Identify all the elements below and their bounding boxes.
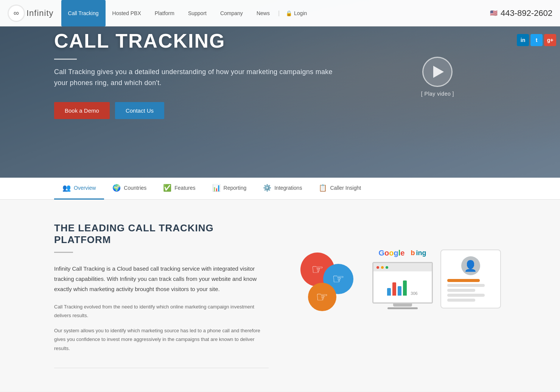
- dot-green: [386, 266, 388, 269]
- nav-phone: 🇺🇸 443-892-2602: [490, 8, 560, 18]
- dot-yellow: [381, 266, 384, 269]
- twitter-icon[interactable]: t: [530, 34, 543, 46]
- section-title: THE LEADING CALL TRACKING PLATFORM: [54, 222, 269, 246]
- main-text-block: THE LEADING CALL TRACKING PLATFORM Infin…: [54, 222, 269, 368]
- contact-us-button[interactable]: Contact Us: [115, 102, 164, 119]
- tabs-navigation: 👥 Overview 🌍 Countries ✅ Features 📊 Repo…: [0, 178, 560, 200]
- main-paragraph-2: Our system allows you to identify which …: [54, 326, 269, 353]
- integrations-icon: ⚙️: [263, 184, 271, 192]
- logo-symbol: ∞: [8, 5, 25, 22]
- main-layout: THE LEADING CALL TRACKING PLATFORM Infin…: [54, 222, 506, 368]
- monitor-base: [387, 307, 418, 309]
- book-demo-button[interactable]: Book a Demo: [54, 102, 110, 119]
- google-logo: Google: [379, 249, 405, 257]
- bar-4: [403, 280, 407, 296]
- nav-links: Call Tracking Hosted PBX Platform Suppor…: [61, 0, 490, 26]
- tab-integrations[interactable]: ⚙️ Integrations: [255, 178, 310, 200]
- logo-infinity-symbol: ∞: [14, 9, 19, 17]
- hero-section: in t g+ CALL TRACKING Call Tracking give…: [0, 0, 560, 178]
- tab-features-label: Features: [174, 185, 195, 191]
- main-section: THE LEADING CALL TRACKING PLATFORM Infin…: [0, 200, 560, 391]
- main-paragraph-1: Call Tracking evolved from the need to i…: [54, 302, 269, 320]
- person-avatar: 👤: [461, 256, 480, 275]
- desktop-group: Google bing: [372, 249, 433, 309]
- monitor-bar: [373, 263, 432, 271]
- hero-divider: [54, 59, 77, 60]
- logo-text: Infinity: [26, 8, 54, 18]
- bar-2: [392, 282, 396, 296]
- nav-news[interactable]: News: [250, 0, 277, 26]
- flag-icon: 🇺🇸: [490, 9, 498, 17]
- tab-caller-insight[interactable]: 📋 Caller Insight: [310, 178, 369, 200]
- nav-login[interactable]: 🔒 Login: [281, 10, 311, 16]
- googleplus-icon[interactable]: g+: [544, 34, 556, 46]
- features-icon: ✅: [163, 184, 171, 192]
- monitor-number: 306: [411, 291, 417, 296]
- navigation-bar: ∞ Infinity Call Tracking Hosted PBX Plat…: [0, 0, 560, 26]
- tab-overview[interactable]: 👥 Overview: [54, 178, 104, 200]
- search-engine-logos: Google bing: [379, 249, 426, 257]
- person-line-4: [447, 294, 485, 297]
- monitor-content: 306: [384, 276, 420, 299]
- nav-call-tracking[interactable]: Call Tracking: [61, 0, 106, 26]
- tab-reporting-label: Reporting: [224, 185, 247, 191]
- fingerprint-icon-3: ☞: [308, 283, 336, 311]
- tab-features[interactable]: ✅ Features: [155, 178, 204, 200]
- dot-red: [376, 266, 379, 269]
- person-line-5: [447, 299, 475, 302]
- linkedin-icon[interactable]: in: [517, 34, 529, 46]
- reporting-icon: 📊: [212, 184, 221, 192]
- tab-overview-label: Overview: [74, 185, 96, 191]
- nav-divider: |: [277, 10, 281, 17]
- main-section-divider: [54, 368, 269, 368]
- bar-chart: [387, 279, 407, 296]
- video-circle: [422, 57, 453, 87]
- person-card: 👤: [440, 249, 501, 308]
- section-divider: [54, 252, 73, 253]
- person-line-3: [447, 289, 475, 292]
- video-play-button[interactable]: [ Play video ]: [421, 57, 454, 97]
- hero-subtitle: Call Tracking gives you a detailed under…: [54, 67, 342, 88]
- tab-countries[interactable]: 🌍 Countries: [104, 178, 155, 200]
- login-label: Login: [294, 10, 307, 16]
- nav-hosted-pbx[interactable]: Hosted PBX: [106, 0, 148, 26]
- tab-caller-insight-label: Caller Insight: [330, 185, 361, 191]
- person-info-lines: [447, 279, 494, 302]
- monitor-stand: [393, 304, 412, 307]
- hero-buttons: Book a Demo Contact Us: [54, 102, 560, 119]
- person-line-1: [447, 279, 480, 282]
- lock-icon: 🔒: [286, 10, 292, 16]
- overview-icon: 👥: [62, 184, 71, 192]
- tab-reporting[interactable]: 📊 Reporting: [204, 178, 255, 200]
- bar-1: [387, 288, 391, 296]
- tab-countries-label: Countries: [124, 185, 146, 191]
- countries-icon: 🌍: [112, 184, 121, 192]
- tab-integrations-label: Integrations: [274, 185, 302, 191]
- person-line-2: [447, 284, 485, 287]
- nav-company[interactable]: Company: [213, 0, 250, 26]
- illustration-area: ☞ ☞ ☞ Google bing: [291, 222, 506, 336]
- nav-platform[interactable]: Platform: [148, 0, 181, 26]
- caller-insight-icon: 📋: [319, 184, 327, 192]
- play-icon: [433, 66, 444, 78]
- nav-support[interactable]: Support: [181, 0, 213, 26]
- bar-3: [398, 286, 401, 296]
- monitor: 306: [372, 262, 433, 304]
- social-bar: in t g+: [517, 34, 556, 46]
- phone-number: 443-892-2602: [501, 8, 552, 18]
- fingerprint-group: ☞ ☞ ☞: [297, 241, 365, 317]
- main-lead-paragraph: Infinity Call Tracking is a Cloud based …: [54, 263, 269, 294]
- bing-logo: bing: [411, 249, 426, 257]
- video-label: [ Play video ]: [421, 91, 454, 97]
- hero-title: CALL TRACKING: [54, 30, 560, 52]
- logo[interactable]: ∞ Infinity: [0, 5, 61, 22]
